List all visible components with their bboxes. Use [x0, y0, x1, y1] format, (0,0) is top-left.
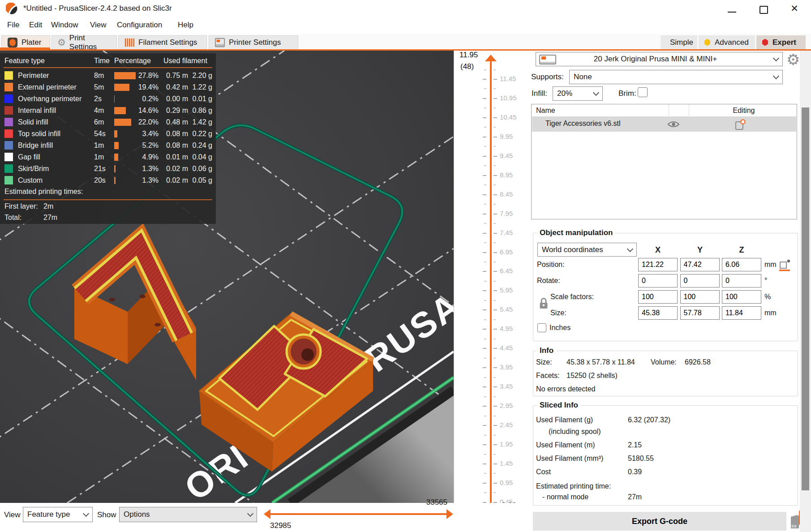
maximize-button[interactable] [753, 0, 773, 17]
layer-tick-mark [493, 252, 497, 253]
minimize-button[interactable] [721, 0, 742, 17]
layer-tick-label: 2.45 [500, 421, 523, 429]
printer-select[interactable]: 20 Jerk Original Prusa MINI & MINI+ [536, 52, 783, 66]
sliced-row-value: 27m [628, 493, 642, 501]
layer-tick-mark [493, 463, 497, 464]
printer-settings-gear-icon[interactable]: ⚙ [786, 52, 800, 67]
layer-tick-mark [483, 386, 486, 387]
inches-label: Inches [549, 324, 571, 332]
brim-checkbox[interactable] [638, 87, 648, 97]
layer-tick-mark [483, 329, 486, 330]
layer-tick-label: 5.45 [500, 305, 523, 313]
mode-simple[interactable]: Simple [661, 35, 697, 49]
manip-input-position-x[interactable] [638, 258, 678, 271]
layer-tick-mark [493, 300, 496, 301]
mode-expert[interactable]: Expert [756, 35, 806, 49]
feature-time: 6m [94, 118, 104, 126]
tab-printer-settings[interactable]: Printer Settings [209, 35, 298, 49]
total-value: 27m [43, 214, 57, 222]
info-facets-label: Facets: [536, 372, 559, 380]
feature-length: 0.01 m [160, 153, 188, 161]
layer-tick-mark [493, 425, 497, 426]
menu-item-edit[interactable]: Edit [29, 21, 42, 30]
layer-tick-mark [484, 473, 486, 474]
manip-row-label: Position: [537, 261, 564, 269]
feature-length: 0.42 m [160, 83, 188, 91]
layer-tick-mark [483, 156, 486, 157]
layer-tick-mark [483, 348, 486, 349]
sliced-row-value: 6.32 (207.32) [628, 416, 670, 424]
layer-tick-mark [484, 107, 486, 108]
object-list-editing-header: Editing [708, 107, 780, 115]
supports-value: None [574, 73, 592, 82]
eye-icon[interactable] [667, 120, 680, 128]
close-button[interactable]: ✕ [784, 0, 805, 17]
object-row[interactable]: Tiger Accessories v6.stl [532, 116, 796, 132]
manip-input-size-y[interactable] [680, 306, 720, 320]
sliced-row-label: Used Filament (m) [536, 441, 595, 449]
menu-bar: File Edit Window View Configuration Help [0, 17, 811, 34]
feature-percentage-bar [114, 142, 119, 149]
column-divider [689, 104, 689, 116]
tab-print-settings[interactable]: ⚙ Print Settings [51, 35, 117, 49]
feature-label: Internal infill [18, 107, 56, 115]
object-name: Tiger Accessories v6.stl [545, 120, 620, 128]
layer-tick-mark [483, 290, 486, 291]
manip-input-size-x[interactable] [638, 306, 678, 320]
printer-select-value: 20 Jerk Original Prusa MINI & MINI+ [594, 55, 717, 64]
uniform-scale-lock-icon[interactable] [538, 297, 549, 309]
menu-item-configuration[interactable]: Configuration [117, 21, 162, 30]
menu-item-window[interactable]: Window [51, 21, 78, 30]
layer-tick-mark [493, 165, 496, 166]
view-select[interactable]: Feature type [23, 507, 93, 522]
supports-select[interactable]: None [569, 70, 783, 84]
coordinates-select[interactable]: World coordinates [537, 243, 637, 257]
move-slider-track[interactable] [269, 513, 447, 515]
menu-item-help[interactable]: Help [178, 21, 193, 30]
sliced-row-value: 2.15 [628, 441, 642, 449]
export-gcode-button[interactable]: Export G-code [533, 512, 786, 531]
manip-input-scalefactors-x[interactable] [638, 290, 678, 304]
manip-input-position-z[interactable] [722, 258, 761, 271]
manip-input-scalefactors-y[interactable] [680, 290, 720, 304]
layer-tick-mark [484, 146, 486, 147]
manip-input-scalefactors-z[interactable] [722, 290, 761, 304]
printer-icon [539, 54, 556, 65]
layer-tick-mark [483, 137, 486, 137]
legend-times-title: Estimated printing times: [4, 188, 83, 196]
feature-length: 0.08 m [160, 142, 188, 150]
layer-slider-track[interactable] [490, 60, 492, 510]
feature-color-swatch [4, 153, 13, 161]
chevron-down-icon [593, 90, 599, 96]
info-volume-value: 6926.58 [685, 358, 711, 366]
layer-tick-mark [493, 98, 497, 99]
infill-label: Infill: [532, 89, 547, 98]
panel-scrollbar-thumb[interactable] [802, 107, 809, 490]
mode-advanced[interactable]: Advanced [699, 35, 755, 49]
minimize-icon [728, 12, 736, 13]
manip-input-rotate-x[interactable] [638, 274, 678, 287]
manip-input-position-y[interactable] [680, 258, 720, 271]
layer-tick-mark [493, 175, 497, 176]
layer-tick-mark [493, 194, 497, 195]
3d-viewport[interactable]: ORIGINAL PRUSA MI [0, 51, 454, 503]
layer-tick-mark [493, 223, 496, 224]
inches-checkbox[interactable] [537, 323, 546, 332]
manip-input-rotate-y[interactable] [680, 274, 720, 287]
layer-tick-label: 7.95 [500, 210, 523, 217]
tab-filament-settings[interactable]: Filament Settings [118, 35, 207, 49]
menu-item-file[interactable]: File [7, 21, 19, 30]
layer-tick-mark [484, 184, 486, 185]
drop-to-bed-icon[interactable] [779, 259, 791, 271]
brim-label: Brim: [618, 89, 636, 98]
feature-weight: 0.86 g [190, 107, 212, 115]
show-select[interactable]: Options [119, 507, 257, 522]
tab-bar: Plater ⚙ Print Settings Filament Setting… [0, 34, 811, 51]
manip-input-size-z[interactable] [722, 306, 761, 320]
layer-tick-mark [484, 281, 486, 282]
edit-object-icon[interactable] [734, 119, 746, 130]
menu-item-view[interactable]: View [90, 21, 107, 30]
manip-input-rotate-z[interactable] [722, 274, 761, 287]
move-slider-right-handle[interactable] [446, 509, 453, 519]
infill-select[interactable]: 20% [553, 86, 603, 101]
